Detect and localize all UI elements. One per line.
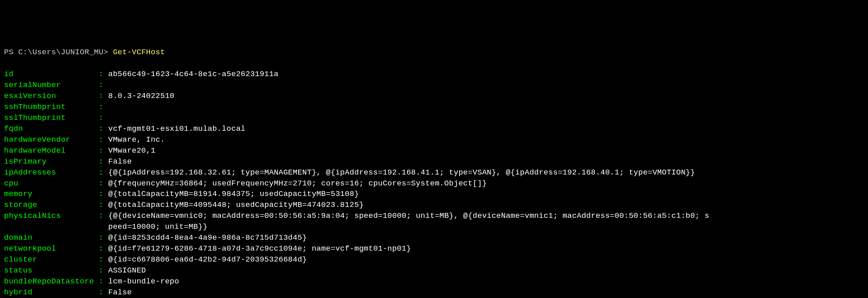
- property-separator: :: [94, 124, 108, 133]
- property-name: status: [4, 266, 94, 275]
- property-value: @{id=c6678806-ea6d-42b2-94d7-20395326684…: [108, 255, 307, 264]
- property-row: networkpool : @{id=f7e61279-6286-4718-a0…: [4, 243, 864, 254]
- property-row: storage : @{totalCapacityMB=4095448; use…: [4, 200, 864, 211]
- property-row: cluster : @{id=c6678806-ea6d-42b2-94d7-2…: [4, 254, 864, 265]
- property-row: esxiVersion : 8.0.3-24022510: [4, 91, 864, 102]
- property-name: serialNumber: [4, 81, 94, 89]
- property-name: isPrimary: [4, 157, 94, 166]
- property-name: hardwareVendor: [4, 135, 94, 144]
- prompt-command: Get-VCFHost: [113, 48, 165, 57]
- property-separator: :: [94, 244, 108, 253]
- property-separator: :: [94, 113, 108, 122]
- terminal-output: PS C:\Users\JUNIOR_MU> Get-VCFHost id : …: [4, 47, 864, 298]
- property-name: id: [4, 70, 94, 79]
- property-value: ASSIGNED: [108, 266, 146, 275]
- property-value: @{totalCapacityMB=4095448; usedCapacityM…: [108, 200, 364, 209]
- property-row: physicalNics : {@{deviceName=vmnic0; mac…: [4, 211, 864, 221]
- property-name: sslThumbprint: [4, 113, 94, 122]
- property-name: esxiVersion: [4, 92, 94, 100]
- property-separator: :: [94, 157, 108, 166]
- property-row: status : ASSIGNED: [4, 265, 864, 276]
- property-value: {@{deviceName=vmnic0; macAddress=00:50:5…: [108, 211, 709, 220]
- property-value: @{id=8253cdd4-8ea4-4a9e-986a-8c715d713d4…: [108, 233, 307, 242]
- property-row: isPrimary : False: [4, 156, 864, 167]
- property-row: cpu : @{frequencyMHz=36864; usedFrequenc…: [4, 178, 864, 189]
- property-value: VMware20,1: [108, 146, 155, 155]
- property-name: memory: [4, 189, 94, 198]
- prompt-prefix: PS C:\Users\JUNIOR_MU>: [4, 48, 113, 57]
- property-value: @{frequencyMHz=36864; usedFrequencyMHz=2…: [108, 179, 487, 188]
- property-name: fqdn: [4, 124, 94, 133]
- property-value: @{id=f7e61279-6286-4718-a07d-3a7c9cc1094…: [108, 244, 411, 253]
- property-separator: :: [94, 70, 108, 79]
- property-value: @{totalCapacityMB=81914.984375; usedCapa…: [108, 189, 359, 198]
- property-separator: :: [94, 92, 108, 100]
- property-row: hardwareVendor : VMware, Inc.: [4, 134, 864, 145]
- property-value: ab566c49-1623-4c64-8e1c-a5e26231911a: [108, 70, 278, 79]
- property-name: hardwareModel: [4, 146, 94, 155]
- property-name: networkpool: [4, 244, 94, 253]
- property-separator: :: [94, 81, 108, 89]
- property-value: vcf-mgmt01-esxi01.mulab.local: [108, 124, 245, 133]
- property-value: VMware, Inc.: [108, 135, 165, 144]
- property-row: hardwareModel : VMware20,1: [4, 145, 864, 156]
- property-value: {@{ipAddress=192.168.32.61; type=MANAGEM…: [108, 168, 695, 177]
- property-name: domain: [4, 233, 94, 242]
- properties-list: id : ab566c49-1623-4c64-8e1c-a5e26231911…: [4, 69, 864, 298]
- property-row: sslThumbprint :: [4, 113, 864, 123]
- property-row: bundleRepoDatastore : lcm-bundle-repo: [4, 276, 864, 287]
- property-separator: :: [94, 266, 108, 275]
- property-name: physicalNics: [4, 211, 94, 220]
- property-row: hybrid : False: [4, 287, 864, 298]
- property-row: memory : @{totalCapacityMB=81914.984375;…: [4, 189, 864, 200]
- property-separator: :: [94, 277, 108, 286]
- property-name: bundleRepoDatastore: [4, 277, 94, 286]
- property-name: storage: [4, 200, 94, 209]
- property-separator: :: [94, 233, 108, 242]
- property-name: ipAddresses: [4, 168, 94, 177]
- property-separator: :: [94, 179, 108, 188]
- property-name: cluster: [4, 255, 94, 264]
- property-row: fqdn : vcf-mgmt01-esxi01.mulab.local: [4, 123, 864, 134]
- prompt-line[interactable]: PS C:\Users\JUNIOR_MU> Get-VCFHost: [4, 47, 864, 58]
- property-separator: :: [94, 288, 108, 297]
- property-separator: :: [94, 211, 108, 220]
- property-separator: :: [94, 168, 108, 177]
- property-name: sshThumbprint: [4, 102, 94, 111]
- property-name: cpu: [4, 179, 94, 188]
- property-separator: :: [94, 189, 108, 198]
- property-row: domain : @{id=8253cdd4-8ea4-4a9e-986a-8c…: [4, 232, 864, 243]
- property-value: 8.0.3-24022510: [108, 92, 174, 100]
- property-row: id : ab566c49-1623-4c64-8e1c-a5e26231911…: [4, 69, 864, 80]
- property-row: serialNumber :: [4, 80, 864, 91]
- property-value: lcm-bundle-repo: [108, 277, 179, 286]
- property-separator: :: [94, 102, 108, 111]
- blank-line: [4, 58, 864, 69]
- property-row: sshThumbprint :: [4, 102, 864, 113]
- property-row: ipAddresses : {@{ipAddress=192.168.32.61…: [4, 167, 864, 178]
- property-separator: :: [94, 200, 108, 209]
- property-separator: :: [94, 135, 108, 144]
- property-separator: :: [94, 255, 108, 264]
- property-value: False: [108, 157, 132, 166]
- property-separator: :: [94, 146, 108, 155]
- property-continuation: peed=10000; unit=MB}}: [4, 221, 864, 232]
- property-name: hybrid: [4, 288, 94, 297]
- property-value: False: [108, 288, 132, 297]
